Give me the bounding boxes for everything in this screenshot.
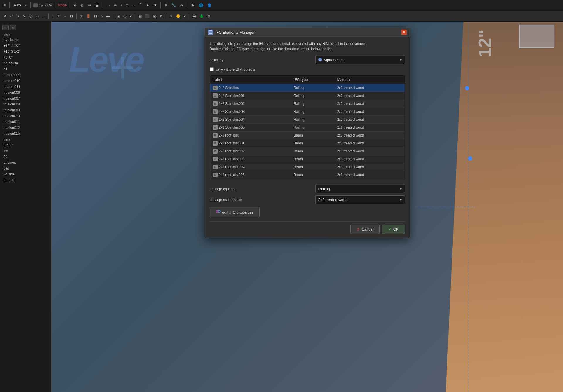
window-icon[interactable]: ⊞ <box>79 13 84 19</box>
table-row[interactable]: ⊞2x8 roof joist005Beam2x8 treated wood <box>210 171 405 179</box>
rotate-icon[interactable]: ↺ <box>2 13 8 19</box>
floor-icon[interactable]: ▬ <box>105 13 111 19</box>
left-item-8[interactable]: ructure011 <box>0 84 51 90</box>
visible-bim-checkbox[interactable] <box>210 67 214 71</box>
table-row[interactable]: ⊞2x2 Spindles003Railing2x2 treated wood <box>210 108 405 116</box>
left-item-10[interactable]: trusion007 <box>0 96 51 101</box>
settings-icon[interactable]: ⚙ <box>179 3 184 8</box>
left-item-4[interactable]: ng house <box>0 60 51 66</box>
cell-ifc-type: Beam <box>291 155 334 163</box>
text2-icon[interactable]: 𝑇 <box>56 13 61 19</box>
table-row[interactable]: ⊞2x8 roof joist004Beam2x8 treated wood <box>210 163 405 171</box>
user-icon[interactable]: 👤 <box>206 3 213 8</box>
elements-table-container[interactable]: Label IFC type Material ⊞2x2 SpindlesRai… <box>210 75 405 180</box>
color-swatch[interactable] <box>33 3 38 7</box>
menu-btn[interactable]: ≡ <box>2 3 7 8</box>
terrain-icon[interactable]: 🏔 <box>191 13 197 19</box>
sphere-icon[interactable]: ◉ <box>152 13 157 19</box>
cancel-button[interactable]: ⊘ Cancel <box>350 225 379 234</box>
cell-ifc-type: Beam <box>291 171 334 179</box>
left-item-7[interactable]: ructure010 <box>0 78 51 84</box>
panel-minimize-btn[interactable]: ─ <box>2 25 9 30</box>
change-material-select[interactable]: 2x2 treated wood 2x8 treated wood Concre… <box>315 195 405 204</box>
edit-ifc-button[interactable]: edit IFC properties <box>210 207 260 217</box>
auto-btn[interactable]: Auto <box>12 3 22 8</box>
dialog-close-button[interactable]: ✕ <box>401 30 407 35</box>
3d-icon[interactable]: ▣ <box>116 13 121 19</box>
table-row[interactable]: ⊞2x2 Spindles001Railing2x2 treated wood <box>210 92 405 100</box>
left-item-13[interactable]: trusion010 <box>0 113 51 119</box>
label-icon[interactable]: ⊡ <box>69 13 74 19</box>
redo-icon[interactable]: ↪ <box>15 13 21 19</box>
light-icon[interactable]: ☀ <box>168 13 174 19</box>
view-icon[interactable]: ⬡ <box>122 13 128 19</box>
table-row[interactable]: ⊞2x8 roof joist003Beam2x8 treated wood <box>210 155 405 163</box>
measure-icon[interactable]: ⊕ <box>163 3 169 8</box>
world-icon[interactable]: 🌐 <box>198 3 204 8</box>
roof-icon[interactable]: ⌂ <box>99 13 104 19</box>
curve-icon[interactable]: ∿ <box>22 13 27 19</box>
dropdown2-icon[interactable]: ▾ <box>129 13 133 19</box>
cell-ifc-type: Beam <box>291 179 334 181</box>
table-row[interactable]: ⊞2x2 Spindles004Railing2x2 treated wood <box>210 116 405 124</box>
dropdown3-icon[interactable]: ▾ <box>183 13 187 19</box>
left-item-15[interactable]: trusion012 <box>0 125 51 131</box>
polygon-icon[interactable]: ⬡ <box>28 13 33 19</box>
panel-close-btn[interactable]: ✕ <box>10 25 16 30</box>
cell-ifc-type: Railing <box>291 108 334 116</box>
select-icon[interactable]: ▭ <box>106 3 111 8</box>
bim-icon[interactable]: 🏗 <box>190 3 196 8</box>
table-row[interactable]: ⊞2x2 SpindlesRailing2x2 treated wood <box>210 84 405 92</box>
arrow-btn[interactable]: ▾ <box>24 3 28 8</box>
sep9 <box>76 13 77 19</box>
circle-icon[interactable]: ○ <box>131 3 135 8</box>
table-row[interactable]: ⊞2x8 roof joist002Beam2x8 treated wood <box>210 147 405 155</box>
rect2-icon[interactable]: ▭ <box>35 13 40 19</box>
table-row[interactable]: ⊞2x2 Spindles002Railing2x2 treated wood <box>210 100 405 108</box>
arc-icon[interactable]: ⌓ <box>41 13 46 19</box>
stair-icon[interactable]: ⊟ <box>93 13 98 19</box>
table-row[interactable]: ⊞2x8 roof joistBeam2x8 treated wood <box>210 132 405 139</box>
text-icon[interactable]: T <box>51 13 55 19</box>
cube-icon[interactable]: ⬛ <box>144 13 151 19</box>
left-item-16[interactable]: trusion015 <box>0 131 51 137</box>
left-item-2[interactable]: +10' 3 1/2" <box>0 49 51 54</box>
hand-icon[interactable]: ☚ <box>152 3 158 8</box>
left-item-5[interactable]: all <box>0 66 51 72</box>
canvas-area[interactable]: Leve 12" ✕ IFC Ele <box>51 22 563 392</box>
order-by-select[interactable]: Alphabetical By IFC type By material <box>315 56 405 64</box>
top-toolbar-1: ≡ Auto ▾ 1p 99.99 None ⊞ ◎ ••• ⛓ ▭ ✏ / □… <box>0 0 563 11</box>
left-item-3[interactable]: +0' 0" <box>0 54 51 60</box>
left-item-6[interactable]: ructure009 <box>0 72 51 78</box>
dim-icon[interactable]: ↔ <box>62 13 68 19</box>
left-item-1[interactable]: +19' 1 1/2" <box>0 43 51 49</box>
path-icon[interactable]: ⌒ <box>138 2 143 8</box>
grid-icon[interactable]: ⊞ <box>72 3 77 8</box>
table-row[interactable]: ⊞2x8 roof joist006Beam2x8 treated wood <box>210 179 405 181</box>
left-item-11[interactable]: trusion008 <box>0 101 51 107</box>
left-item-9[interactable]: trusion006 <box>0 90 51 96</box>
table-row[interactable]: ⊞2x2 Spindles005Railing2x2 treated wood <box>210 124 405 132</box>
chain-icon[interactable]: ⛓ <box>94 3 100 8</box>
change-type-select[interactable]: Railing Beam Wall Column Slab <box>315 185 405 193</box>
left-item-0[interactable]: ay House <box>0 37 51 43</box>
pencil-icon[interactable]: ✏ <box>113 3 118 8</box>
sun-icon[interactable]: 🌞 <box>175 13 182 19</box>
undo-icon[interactable]: ↩ <box>9 13 14 19</box>
left-item-12[interactable]: trusion009 <box>0 107 51 113</box>
left-panel: ─ ✕ cion ay House +19' 1 1/2" +10' 3 1/2… <box>0 22 51 392</box>
bar-icon[interactable]: ▦ <box>137 13 143 19</box>
more-icon[interactable]: ••• <box>86 3 92 8</box>
rect-icon[interactable]: □ <box>125 3 129 8</box>
left-item-14[interactable]: trusion011 <box>0 119 51 125</box>
door-icon[interactable]: 🚪 <box>85 13 92 19</box>
snap-icon[interactable]: ◎ <box>79 3 84 8</box>
ok-button[interactable]: ✓ OK <box>382 225 405 234</box>
pipe-icon[interactable]: ⊘ <box>158 13 164 19</box>
wrench-icon[interactable]: 🔧 <box>170 3 177 8</box>
tree-icon[interactable]: 🌲 <box>198 13 205 19</box>
star-icon[interactable]: ✦ <box>145 3 150 8</box>
group-icon[interactable]: ⊕ <box>206 13 211 19</box>
table-row[interactable]: ⊞2x8 roof joist001Beam2x8 treated wood <box>210 139 405 147</box>
line-icon[interactable]: / <box>120 3 123 8</box>
